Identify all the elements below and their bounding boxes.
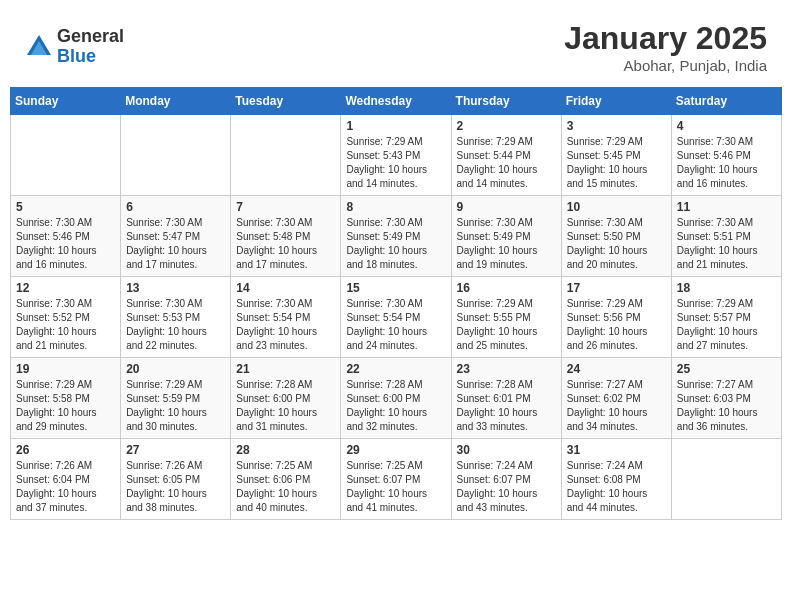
day-info: Sunrise: 7:29 AM Sunset: 5:43 PM Dayligh… xyxy=(346,135,445,191)
day-number: 8 xyxy=(346,200,445,214)
day-number: 25 xyxy=(677,362,776,376)
day-number: 28 xyxy=(236,443,335,457)
day-info: Sunrise: 7:29 AM Sunset: 5:55 PM Dayligh… xyxy=(457,297,556,353)
col-header-tuesday: Tuesday xyxy=(231,88,341,115)
day-info: Sunrise: 7:27 AM Sunset: 6:02 PM Dayligh… xyxy=(567,378,666,434)
calendar-cell: 3Sunrise: 7:29 AM Sunset: 5:45 PM Daylig… xyxy=(561,115,671,196)
day-info: Sunrise: 7:30 AM Sunset: 5:49 PM Dayligh… xyxy=(346,216,445,272)
day-info: Sunrise: 7:29 AM Sunset: 5:57 PM Dayligh… xyxy=(677,297,776,353)
calendar-cell: 11Sunrise: 7:30 AM Sunset: 5:51 PM Dayli… xyxy=(671,196,781,277)
day-number: 15 xyxy=(346,281,445,295)
day-number: 22 xyxy=(346,362,445,376)
day-number: 3 xyxy=(567,119,666,133)
day-number: 21 xyxy=(236,362,335,376)
calendar-cell: 15Sunrise: 7:30 AM Sunset: 5:54 PM Dayli… xyxy=(341,277,451,358)
calendar-cell: 22Sunrise: 7:28 AM Sunset: 6:00 PM Dayli… xyxy=(341,358,451,439)
day-number: 10 xyxy=(567,200,666,214)
calendar-cell: 19Sunrise: 7:29 AM Sunset: 5:58 PM Dayli… xyxy=(11,358,121,439)
day-number: 7 xyxy=(236,200,335,214)
day-info: Sunrise: 7:29 AM Sunset: 5:59 PM Dayligh… xyxy=(126,378,225,434)
logo-blue: Blue xyxy=(57,47,124,67)
day-number: 12 xyxy=(16,281,115,295)
calendar-cell: 29Sunrise: 7:25 AM Sunset: 6:07 PM Dayli… xyxy=(341,439,451,520)
calendar-cell: 6Sunrise: 7:30 AM Sunset: 5:47 PM Daylig… xyxy=(121,196,231,277)
calendar-cell: 7Sunrise: 7:30 AM Sunset: 5:48 PM Daylig… xyxy=(231,196,341,277)
day-info: Sunrise: 7:29 AM Sunset: 5:56 PM Dayligh… xyxy=(567,297,666,353)
calendar-cell: 14Sunrise: 7:30 AM Sunset: 5:54 PM Dayli… xyxy=(231,277,341,358)
day-info: Sunrise: 7:28 AM Sunset: 6:01 PM Dayligh… xyxy=(457,378,556,434)
day-number: 2 xyxy=(457,119,556,133)
calendar-cell xyxy=(671,439,781,520)
page-header: General Blue January 2025 Abohar, Punjab… xyxy=(10,10,782,79)
day-number: 18 xyxy=(677,281,776,295)
day-number: 30 xyxy=(457,443,556,457)
day-number: 5 xyxy=(16,200,115,214)
calendar-cell: 1Sunrise: 7:29 AM Sunset: 5:43 PM Daylig… xyxy=(341,115,451,196)
day-info: Sunrise: 7:25 AM Sunset: 6:06 PM Dayligh… xyxy=(236,459,335,515)
calendar-cell: 18Sunrise: 7:29 AM Sunset: 5:57 PM Dayli… xyxy=(671,277,781,358)
calendar-cell: 12Sunrise: 7:30 AM Sunset: 5:52 PM Dayli… xyxy=(11,277,121,358)
col-header-wednesday: Wednesday xyxy=(341,88,451,115)
day-number: 20 xyxy=(126,362,225,376)
day-info: Sunrise: 7:28 AM Sunset: 6:00 PM Dayligh… xyxy=(346,378,445,434)
col-header-monday: Monday xyxy=(121,88,231,115)
day-number: 4 xyxy=(677,119,776,133)
day-number: 13 xyxy=(126,281,225,295)
calendar-cell: 23Sunrise: 7:28 AM Sunset: 6:01 PM Dayli… xyxy=(451,358,561,439)
day-number: 26 xyxy=(16,443,115,457)
day-info: Sunrise: 7:30 AM Sunset: 5:48 PM Dayligh… xyxy=(236,216,335,272)
day-number: 29 xyxy=(346,443,445,457)
calendar-cell xyxy=(231,115,341,196)
title-section: January 2025 Abohar, Punjab, India xyxy=(564,20,767,74)
calendar-cell: 28Sunrise: 7:25 AM Sunset: 6:06 PM Dayli… xyxy=(231,439,341,520)
day-info: Sunrise: 7:30 AM Sunset: 5:53 PM Dayligh… xyxy=(126,297,225,353)
day-info: Sunrise: 7:30 AM Sunset: 5:46 PM Dayligh… xyxy=(677,135,776,191)
calendar-cell: 16Sunrise: 7:29 AM Sunset: 5:55 PM Dayli… xyxy=(451,277,561,358)
col-header-friday: Friday xyxy=(561,88,671,115)
day-number: 24 xyxy=(567,362,666,376)
calendar-cell: 10Sunrise: 7:30 AM Sunset: 5:50 PM Dayli… xyxy=(561,196,671,277)
day-number: 16 xyxy=(457,281,556,295)
location-subtitle: Abohar, Punjab, India xyxy=(564,57,767,74)
day-info: Sunrise: 7:30 AM Sunset: 5:52 PM Dayligh… xyxy=(16,297,115,353)
week-row-1: 1Sunrise: 7:29 AM Sunset: 5:43 PM Daylig… xyxy=(11,115,782,196)
day-info: Sunrise: 7:24 AM Sunset: 6:07 PM Dayligh… xyxy=(457,459,556,515)
day-info: Sunrise: 7:30 AM Sunset: 5:54 PM Dayligh… xyxy=(236,297,335,353)
day-info: Sunrise: 7:29 AM Sunset: 5:44 PM Dayligh… xyxy=(457,135,556,191)
day-number: 17 xyxy=(567,281,666,295)
calendar-cell: 24Sunrise: 7:27 AM Sunset: 6:02 PM Dayli… xyxy=(561,358,671,439)
day-info: Sunrise: 7:27 AM Sunset: 6:03 PM Dayligh… xyxy=(677,378,776,434)
day-info: Sunrise: 7:30 AM Sunset: 5:51 PM Dayligh… xyxy=(677,216,776,272)
day-number: 9 xyxy=(457,200,556,214)
logo-icon xyxy=(25,33,53,61)
week-row-5: 26Sunrise: 7:26 AM Sunset: 6:04 PM Dayli… xyxy=(11,439,782,520)
col-header-sunday: Sunday xyxy=(11,88,121,115)
day-info: Sunrise: 7:24 AM Sunset: 6:08 PM Dayligh… xyxy=(567,459,666,515)
calendar-cell: 26Sunrise: 7:26 AM Sunset: 6:04 PM Dayli… xyxy=(11,439,121,520)
calendar-cell: 17Sunrise: 7:29 AM Sunset: 5:56 PM Dayli… xyxy=(561,277,671,358)
day-number: 6 xyxy=(126,200,225,214)
calendar-cell: 25Sunrise: 7:27 AM Sunset: 6:03 PM Dayli… xyxy=(671,358,781,439)
day-info: Sunrise: 7:26 AM Sunset: 6:05 PM Dayligh… xyxy=(126,459,225,515)
calendar-cell xyxy=(121,115,231,196)
calendar-cell: 2Sunrise: 7:29 AM Sunset: 5:44 PM Daylig… xyxy=(451,115,561,196)
day-info: Sunrise: 7:26 AM Sunset: 6:04 PM Dayligh… xyxy=(16,459,115,515)
logo: General Blue xyxy=(25,27,124,67)
col-header-thursday: Thursday xyxy=(451,88,561,115)
day-number: 19 xyxy=(16,362,115,376)
calendar-cell: 13Sunrise: 7:30 AM Sunset: 5:53 PM Dayli… xyxy=(121,277,231,358)
day-info: Sunrise: 7:30 AM Sunset: 5:46 PM Dayligh… xyxy=(16,216,115,272)
calendar-header-row: SundayMondayTuesdayWednesdayThursdayFrid… xyxy=(11,88,782,115)
week-row-4: 19Sunrise: 7:29 AM Sunset: 5:58 PM Dayli… xyxy=(11,358,782,439)
calendar-cell: 27Sunrise: 7:26 AM Sunset: 6:05 PM Dayli… xyxy=(121,439,231,520)
month-title: January 2025 xyxy=(564,20,767,57)
calendar-cell xyxy=(11,115,121,196)
day-info: Sunrise: 7:29 AM Sunset: 5:58 PM Dayligh… xyxy=(16,378,115,434)
day-info: Sunrise: 7:28 AM Sunset: 6:00 PM Dayligh… xyxy=(236,378,335,434)
calendar-cell: 31Sunrise: 7:24 AM Sunset: 6:08 PM Dayli… xyxy=(561,439,671,520)
logo-text: General Blue xyxy=(57,27,124,67)
calendar-cell: 9Sunrise: 7:30 AM Sunset: 5:49 PM Daylig… xyxy=(451,196,561,277)
day-info: Sunrise: 7:30 AM Sunset: 5:50 PM Dayligh… xyxy=(567,216,666,272)
day-number: 31 xyxy=(567,443,666,457)
day-info: Sunrise: 7:30 AM Sunset: 5:47 PM Dayligh… xyxy=(126,216,225,272)
